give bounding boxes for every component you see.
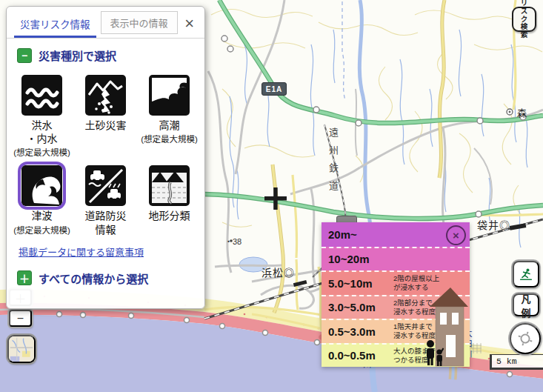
legend-depth-label: 10~20m (328, 253, 393, 265)
mini-map-icon (9, 335, 34, 363)
risk-search-button[interactable]: リスク 検索 (512, 7, 536, 32)
panel-tabbar: 災害リスク情報 表示中の情報 × (7, 7, 204, 39)
legend-depth-label: 3.0~5.0m (328, 301, 393, 313)
panel-close-icon[interactable]: × (181, 16, 197, 38)
legend-note: 2階の屋根以上が浸水する (393, 274, 439, 292)
type-flood[interactable]: 洪水 ・内水 (想定最大規模) (10, 67, 74, 158)
legend-toggle-button[interactable]: 凡例 (513, 293, 539, 316)
legend-row: 3.0~5.0m 2階部分まで浸水する程度 (322, 295, 470, 319)
data-notes-link[interactable]: 掲載データに関する留意事項 (19, 245, 144, 259)
type-tsunami[interactable]: 津波 (想定最大規模) (10, 158, 74, 236)
type-label-2: ・内水 (27, 133, 58, 144)
tab-currently-shown-info[interactable]: 表示中の情報 (101, 11, 178, 34)
legend-close-icon[interactable]: × (446, 225, 466, 245)
route-badge-e1a: E1A (261, 82, 287, 96)
legend-depth-label: 20m~ (328, 228, 393, 241)
section-select-all[interactable]: ＋ すべての情報から選択 (17, 270, 204, 286)
legend-note: 大人の膝までつかる程度 (393, 347, 436, 365)
scale-bar: 5 km (490, 354, 543, 370)
zoom-out-button[interactable]: − (9, 310, 32, 327)
tsunami-depth-legend: × 20m~ 10~20m 5.0~10m 2階の屋根以上が浸水する 3.0~5… (322, 222, 470, 367)
type-road-disaster[interactable]: 道路防災 情報 (74, 158, 138, 236)
legend-depth-label: 5.0~10m (328, 277, 393, 290)
type-storm-surge[interactable]: 高潮 (想定最大規模) (138, 67, 201, 158)
type-label: 高潮 (159, 119, 180, 131)
legend-row: 0.0~0.5m 大人の膝までつかる程度 (322, 343, 470, 368)
evacuation-site-button[interactable] (513, 261, 539, 288)
type-label: 土砂災害 (85, 119, 127, 131)
expand-icon[interactable]: ＋ (17, 270, 32, 285)
disaster-type-grid: 洪水 ・内水 (想定最大規模) 土砂災害 (7, 67, 204, 237)
type-label: 津波 (32, 210, 53, 222)
type-label: 地形分類 (149, 210, 190, 222)
storm-surge-icon[interactable] (148, 74, 190, 116)
type-sub: (想定最大規模) (10, 146, 74, 158)
legend-depth-label: 0.5~3.0m (328, 325, 393, 338)
hazard-map-app: E1A 森 袋井◎ 浜松◎ ・38 太田川 天竜川 遠州鉄道 ＋ 災害リスク情報… (0, 0, 543, 392)
legend-depth-label: 0.0~0.5m (328, 349, 393, 362)
section-select-by-type[interactable]: − 災害種別で選択 (17, 47, 204, 63)
legend-row: 5.0~10m 2階の屋根以上が浸水する (322, 270, 470, 295)
type-label-2: 情報 (96, 224, 116, 236)
type-sub: (想定最大規模) (10, 224, 74, 236)
evacuation-runner-icon (519, 264, 533, 285)
legend-note: 2階部分まで浸水する程度 (393, 299, 436, 316)
current-location-button[interactable] (510, 323, 541, 354)
type-label: 洪水 (32, 119, 53, 131)
section-title: すべての情報から選択 (39, 270, 148, 286)
legend-row: 0.5~3.0m 1階天井まで浸水する程度 (322, 319, 470, 343)
road-disaster-icon[interactable] (84, 165, 127, 207)
type-landslide[interactable]: 土砂災害 (74, 67, 138, 158)
type-terrain[interactable]: 地形分類 (138, 158, 201, 236)
tab-disaster-risk-info[interactable]: 災害リスク情報 (14, 13, 96, 38)
flood-icon[interactable] (21, 74, 63, 116)
type-label: 道路防災 (85, 210, 127, 222)
section-title: 災害種別で選択 (39, 47, 116, 63)
risk-search-label: 検索 (518, 23, 530, 39)
collapse-icon[interactable]: − (17, 48, 32, 63)
risk-search-label: リスク (518, 0, 530, 23)
landslide-icon[interactable] (84, 74, 127, 116)
type-sub: (想定最大規模) (138, 133, 201, 144)
legend-note: 1階天井まで浸水する程度 (393, 322, 436, 340)
overview-map-button[interactable] (7, 335, 36, 363)
tsunami-icon[interactable] (21, 165, 63, 207)
location-compass-icon (516, 328, 535, 350)
terrain-icon[interactable] (148, 165, 190, 207)
legend-row: 10~20m (322, 247, 470, 271)
disaster-risk-panel: 災害リスク情報 表示中の情報 × − 災害種別で選択 洪水 ・内水 (想定最大規… (6, 6, 205, 309)
